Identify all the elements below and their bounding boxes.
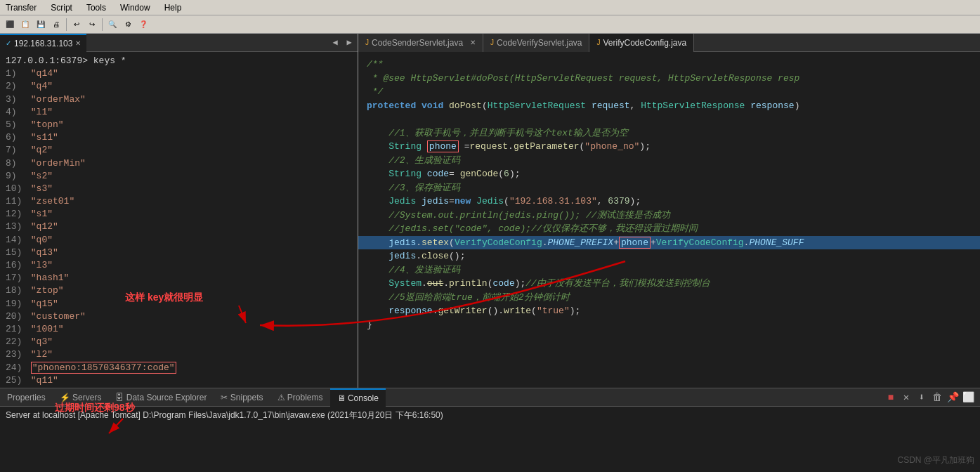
code-line-response: response.getWriter().write("true"); [367,304,972,318]
code-comment-2: * @see HttpServlet#doPost(HttpServletReq… [367,72,972,86]
toolbar-btn-1[interactable]: ⬛ [3,18,17,32]
console-scroll-btn[interactable]: ⬇ [915,391,928,404]
left-panel: ✓ 192.168.31.103 ✕ ◀ ▶ 127.0.0.1:6379> k… [0,34,358,388]
toolbar-btn-6[interactable]: ↪ [85,18,99,32]
toolbar-btn-8[interactable]: ⚙ [121,18,135,32]
menu-help[interactable]: Help [162,2,185,13]
tab-controls: ◀ ▶ [329,37,358,48]
console-maximize-btn[interactable]: ⬜ [962,391,974,404]
tab-properties[interactable]: Properties [0,388,53,407]
code-line-jedis: Jedis jedis=new Jedis("192.168.31.103", … [367,195,972,209]
code-comment-10: //5返回给前端true，前端开始2分钟倒计时 [367,291,972,305]
tab-servers[interactable]: ⚡ Servers [53,388,109,407]
highlighted-key: "phoneno:18570346377:code" [31,362,176,374]
toolbar-btn-7[interactable]: 🔍 [105,18,119,32]
toolbar-btn-5[interactable]: ↩ [70,18,84,32]
bottom-panel: Properties ⚡ Servers 🗄 Data Source Explo… [0,388,980,472]
code-comment-6: //3、保存验证码 [367,181,972,195]
console-stop-btn[interactable]: ✕ [900,391,913,404]
terminal-line-1: 1) "q14" [6,67,352,80]
terminal-line-19: 19) "q15" [6,298,352,310]
terminal-prompt-1: 127.0.0.1:6379> keys * [6,55,352,67]
code-line-phone: String phone =request.getParameter("phon… [367,140,972,154]
code-method-sig: protected void doPost(HttpServletRequest… [367,99,972,113]
code-comment-7: //System.out.println(jedis.ping()); //测试… [367,209,972,223]
toolbar: ⬛ 📋 💾 🖨 ↩ ↪ 🔍 ⚙ ❓ [0,15,980,34]
terminal-line-18: 18) "ztop" [6,284,352,297]
console-clear-btn[interactable]: 🗑 [931,391,943,404]
code-line-code: String code= genCode(6); [367,167,972,181]
toolbar-sep-2 [102,18,103,31]
terminal-line-4: 4) "l1" [6,106,352,119]
toolbar-btn-4[interactable]: 🖨 [49,18,63,32]
terminal-line-24: 24) "phoneno:18570346377:code" [6,362,352,374]
terminal-line-15: 15) "q13" [6,247,352,259]
code-comment-5: //2、生成验证码 [367,154,972,168]
bottom-tab-bar: Properties ⚡ Servers 🗄 Data Source Explo… [0,388,980,407]
menu-bar: Transfer Script Tools Window Help [0,0,980,15]
terminal-line-9: 9) "s2" [6,170,352,183]
right-panel: J CodeSenderServlet.java ✕ J CodeVerifyS… [358,34,980,388]
console-server-text: Server at localhost [Apache Tomcat] D:\P… [6,410,443,420]
code-comment-1: /** [367,58,972,72]
toolbar-btn-9[interactable]: ❓ [136,18,150,32]
console-terminate-btn[interactable]: ■ [884,391,897,404]
tab-ctrl-next[interactable]: ▶ [344,37,355,48]
tab-ctrl-prev[interactable]: ◀ [329,37,341,48]
editor-tab-verifycodeconfig[interactable]: J VerifyCodeConfig.java [589,34,694,52]
menu-tools[interactable]: Tools [84,2,109,13]
terminal-line-14: 14) "q0" [6,234,352,247]
tab-problems[interactable]: ⚠ Problems [270,388,330,407]
terminal-content[interactable]: 127.0.0.1:6379> keys * 1) "q14" 2) "q4" … [0,52,358,388]
code-comment-4: //1、获取手机号，并且判断手机号这个text输入是否为空 [367,126,972,140]
menu-script[interactable]: Script [48,2,75,13]
menu-transfer[interactable]: Transfer [3,2,39,13]
code-comment-8: //jedis.set("code", code);//仅仅保存还不够，我还得设… [367,222,972,236]
terminal-tab-close[interactable]: ✕ [75,39,81,47]
terminal-line-20: 20) "customer" [6,310,352,323]
toolbar-sep-1 [66,18,67,31]
terminal-line-11: 11) "zset01" [6,195,352,208]
toolbar-btn-3[interactable]: 💾 [34,18,48,32]
code-line-sysout: System.out.println(code);//由于没有发送平台，我们模拟… [367,277,972,291]
tab-snippets[interactable]: ✂ Snippets [214,388,270,407]
terminal-tab-label: 192.168.31.103 [14,39,72,48]
editor-tab-close-1[interactable]: ✕ [470,39,476,46]
code-closing-brace: } [367,318,972,332]
terminal-line-12: 12) "s1" [6,208,352,221]
terminal-line-25: 25) "q11" [6,374,352,387]
code-comment-9: //4、发送验证码 [367,263,972,277]
terminal-line-21: 21) "1001" [6,323,352,336]
terminal-line-2: 2) "q4" [6,80,352,93]
terminal-tab-bar: ✓ 192.168.31.103 ✕ ◀ ▶ [0,34,358,52]
editor-tab-codeverify[interactable]: J CodeVerifyServlet.java [483,34,589,52]
tab-console[interactable]: 🖥 Console [330,388,386,407]
menu-window[interactable]: Window [117,2,153,13]
terminal-tab-active[interactable]: ✓ 192.168.31.103 ✕ [0,34,86,52]
console-pin-btn[interactable]: 📌 [946,391,959,404]
toolbar-btn-2[interactable]: 📋 [18,18,32,32]
terminal-line-13: 13) "q12" [6,221,352,233]
terminal-line-10: 10) "s3" [6,183,352,195]
check-icon: ✓ [6,39,11,47]
terminal-line-22: 22) "q3" [6,336,352,348]
code-editor-content[interactable]: /** * @see HttpServlet#doPost(HttpServle… [358,52,980,388]
tab-data-source-explorer[interactable]: 🗄 Data Source Explorer [108,388,214,407]
console-content[interactable]: Server at localhost [Apache Tomcat] D:\P… [0,407,980,472]
code-blank-1 [367,112,972,126]
terminal-line-3: 3) "orderMax" [6,93,352,106]
java-file-icon-1: J [365,39,369,46]
terminal-prompt-text: 127.0.0.1:6379> keys * [6,55,126,67]
terminal-line-8: 8) "orderMin" [6,157,352,170]
java-file-icon-3: J [596,39,600,46]
terminal-line-7: 7) "q2" [6,144,352,157]
code-line-close: jedis.close(); [367,249,972,263]
java-file-icon-2: J [490,39,494,46]
terminal-line-23: 23) "l2" [6,348,352,361]
editor-tab-codesender[interactable]: J CodeSenderServlet.java ✕ [358,34,483,52]
terminal-line-6: 6) "s11" [6,131,352,144]
code-line-setex: jedis.setex(VerifyCodeConfig.PHONE_PREFI… [358,236,980,250]
code-comment-3: */ [367,85,972,99]
terminal-line-17: 17) "hash1" [6,272,352,284]
editor-tab-bar: J CodeSenderServlet.java ✕ J CodeVerifyS… [358,34,980,52]
